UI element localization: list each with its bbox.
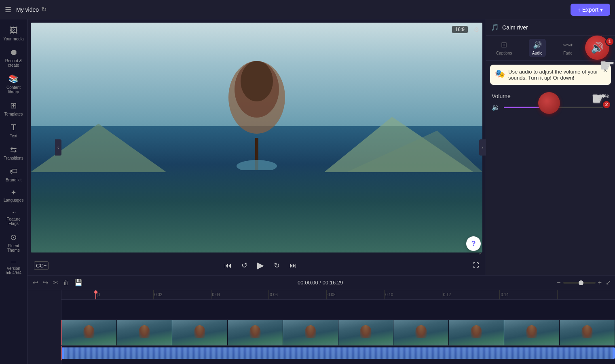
- captions-panel-icon: ⊡: [501, 40, 507, 49]
- video-thumb-9: [504, 320, 560, 345]
- sidebar-item-text[interactable]: T Text: [1, 120, 27, 141]
- sidebar-label-feature-flags: Feature Flags: [6, 217, 20, 226]
- languages-icon: ✦: [11, 189, 16, 196]
- audio-panel-item[interactable]: 🔊 Audio: [529, 39, 546, 57]
- ruler-mark-6: 0:12: [442, 290, 500, 300]
- total-time: 00:16.29: [323, 280, 343, 286]
- forward-button[interactable]: ↻: [272, 259, 281, 271]
- sidebar-item-record[interactable]: ⏺ Record & create: [1, 44, 27, 71]
- sidebar-item-brand-kit[interactable]: 🏷 Brand kit: [1, 164, 27, 185]
- sidebar-item-your-media[interactable]: 🖼 Your media: [1, 23, 27, 44]
- redo-button[interactable]: ↪: [42, 278, 49, 288]
- timeline-toolbar: ↩ ↪ ✂ 🗑 💾 00:00.00 / 00:16.29 − + ⤢: [27, 276, 615, 290]
- info-close-button[interactable]: ✕: [603, 67, 608, 74]
- zoom-in-icon[interactable]: +: [598, 279, 602, 286]
- right-panel-icons: ⊡ Captions 🔊 Audio ⟿ Fade ⟳ Speed: [486, 36, 615, 61]
- speed-panel-icon: ⟳: [596, 40, 602, 49]
- audio-panel-label: Audio: [532, 51, 543, 55]
- sidebar-item-languages[interactable]: ✦ Languages: [1, 185, 27, 206]
- music-icon: 🎵: [491, 23, 499, 31]
- ruler-mark-4: 0:08: [326, 290, 384, 300]
- right-panel: 🎵 Calm river ⊡ Captions 🔊 Audio ⟿: [486, 19, 615, 275]
- collapse-right-button[interactable]: ›: [479, 139, 486, 156]
- sidebar-label-text: Text: [10, 134, 17, 138]
- sidebar-label-content-library: Content library: [6, 85, 21, 94]
- sidebar-label-languages: Languages: [4, 198, 24, 202]
- aspect-ratio-badge: 16:9: [452, 26, 468, 33]
- ruler-mark-7: 0:14: [499, 290, 557, 300]
- help-button[interactable]: ?: [466, 236, 481, 251]
- top-bar: ☰ My video ↻ ↑ Export ▾: [0, 0, 615, 19]
- preview-outer: ‹: [27, 19, 615, 275]
- rewind-button[interactable]: ↺: [240, 259, 249, 271]
- sidebar-label-version: Version b4d49d4: [6, 266, 21, 275]
- captions-panel-item[interactable]: ⊡ Captions: [493, 39, 515, 57]
- ruler-mark-end: [557, 290, 615, 300]
- undo-button[interactable]: ↩: [32, 278, 39, 288]
- video-frame: ⚙ 16:9: [31, 23, 482, 252]
- save-button[interactable]: 💾: [73, 278, 84, 288]
- record-icon: ⏺: [10, 48, 18, 57]
- timeline-ruler: |0 0:02 0:04 0:06 0:08 0:10 0:12 0:14: [61, 290, 615, 300]
- track-name: Calm river: [502, 24, 610, 31]
- fade-panel-item[interactable]: ⟿ Fade: [559, 39, 576, 57]
- zoom-out-icon[interactable]: −: [557, 279, 560, 286]
- fade-panel-icon: ⟿: [562, 40, 573, 49]
- skip-back-button[interactable]: ⏮: [223, 260, 233, 271]
- audio-clip[interactable]: [61, 347, 615, 359]
- volume-value: 48%: [598, 93, 609, 99]
- info-emoji: 🎭: [495, 69, 505, 78]
- volume-label: Volume: [492, 93, 511, 99]
- sidebar-item-content-library[interactable]: 📚 Content library: [1, 71, 27, 97]
- video-container: ⚙ 16:9 CC+ ⏮ ↺ ▶ ↻ ⏭ ⛶ ? ⌄: [27, 19, 486, 275]
- play-button[interactable]: ▶: [256, 259, 266, 272]
- sidebar-label-templates: Templates: [4, 112, 23, 116]
- right-panel-header: 🎵 Calm river: [486, 19, 615, 36]
- scroll-down-icon[interactable]: ⌄: [478, 249, 482, 256]
- skip-forward-button[interactable]: ⏭: [288, 260, 298, 271]
- sidebar-item-fluent-theme[interactable]: ⊙ Fluent Theme: [1, 229, 27, 256]
- video-track[interactable]: [61, 320, 615, 346]
- collapse-left-button[interactable]: ‹: [55, 139, 61, 156]
- volume-low-icon: 🔉: [492, 103, 500, 111]
- tracks-area: |0 0:02 0:04 0:06 0:08 0:10 0:12 0:14: [27, 290, 615, 364]
- refresh-icon[interactable]: ↻: [41, 6, 46, 13]
- media-icon: 🖼: [10, 26, 18, 35]
- video-thumb-8: [449, 320, 504, 345]
- volume-thumb[interactable]: [552, 105, 557, 110]
- svg-point-5: [241, 61, 273, 101]
- timeline-time: 00:00.00 / 00:16.29: [86, 280, 554, 286]
- sidebar-label-your-media: Your media: [3, 37, 23, 41]
- brand-kit-icon: 🏷: [10, 167, 18, 176]
- zoom-slider[interactable]: [563, 282, 596, 284]
- volume-header: Volume 48%: [492, 93, 609, 99]
- empty-track-zone: [61, 300, 615, 320]
- video-thumb-4: [228, 320, 283, 345]
- video-thumb-10: [560, 320, 615, 345]
- sidebar-item-feature-flags[interactable]: ··· Feature Flags: [1, 206, 27, 229]
- cut-button[interactable]: ✂: [52, 278, 59, 288]
- volume-slider[interactable]: [504, 107, 609, 108]
- captions-button[interactable]: CC+: [34, 261, 49, 270]
- fluent-theme-icon: ⊙: [10, 232, 17, 242]
- track-labels: [27, 290, 61, 364]
- playhead-line-audio: [61, 346, 62, 360]
- audio-handle-right[interactable]: [613, 347, 615, 359]
- player-controls: CC+ ⏮ ↺ ▶ ↻ ⏭ ⛶: [27, 256, 486, 275]
- left-sidebar: 🖼 Your media ⏺ Record & create 📚 Content…: [0, 19, 27, 364]
- sidebar-label-brand-kit: Brand kit: [6, 178, 21, 182]
- sidebar-item-templates[interactable]: ⊞ Templates: [1, 97, 27, 120]
- info-box: 🎭 Use audio to adjust the volume of your…: [490, 65, 611, 85]
- audio-track[interactable]: [61, 346, 615, 360]
- export-button[interactable]: ↑ Export ▾: [571, 4, 610, 16]
- fullscreen-button[interactable]: ⛶: [473, 262, 479, 269]
- sidebar-item-transitions[interactable]: ⇆ Transitions: [1, 141, 27, 164]
- delete-button[interactable]: 🗑: [62, 278, 71, 288]
- speed-panel-item[interactable]: ⟳ Speed: [590, 39, 608, 57]
- fit-to-screen-icon[interactable]: ⤢: [606, 279, 611, 286]
- settings-icon[interactable]: ⚙: [473, 26, 479, 34]
- hamburger-menu[interactable]: ☰: [5, 5, 11, 14]
- ruler-mark-2: 0:04: [211, 290, 269, 300]
- tree-explosion: [220, 57, 293, 170]
- zoom-thumb[interactable]: [579, 280, 583, 285]
